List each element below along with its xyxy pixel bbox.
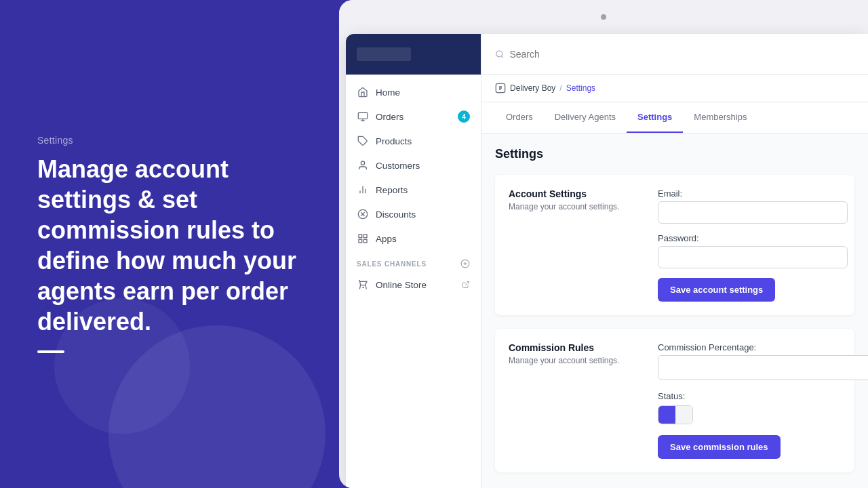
commission-rules-card: Commission Rules Manage your account set… <box>495 329 854 472</box>
tabs-bar: Orders Delivery Agents Settings Membersh… <box>481 102 868 134</box>
svg-rect-1 <box>358 113 367 119</box>
status-label: Status: <box>658 391 868 401</box>
external-link-icon <box>462 281 470 289</box>
account-settings-form: Email: Password: Save account settings <box>658 188 848 302</box>
email-input[interactable] <box>658 201 848 224</box>
account-settings-info: Account Settings Manage your account set… <box>509 188 631 302</box>
discounts-icon <box>357 208 369 220</box>
home-icon <box>357 86 369 98</box>
sales-channels-label: SALES CHANNELS <box>357 260 427 268</box>
browser-dot <box>601 14 606 20</box>
sidebar-item-discounts[interactable]: Discounts <box>346 202 481 226</box>
sales-channels-section: SALES CHANNELS <box>346 251 481 272</box>
svg-rect-15 <box>363 239 367 243</box>
svg-rect-0 <box>357 47 411 61</box>
email-field-group: Email: <box>658 188 848 224</box>
sidebar-item-apps-label: Apps <box>376 234 397 244</box>
status-toggle[interactable] <box>658 405 693 424</box>
commission-percentage-group: Commission Percentage: <box>658 342 868 380</box>
breadcrumb-home-icon <box>495 83 506 94</box>
commission-rules-info: Commission Rules Manage your account set… <box>509 342 631 459</box>
settings-label: Settings <box>37 135 302 146</box>
orders-icon <box>357 110 369 123</box>
email-label: Email: <box>658 188 848 199</box>
sidebar-item-reports-label: Reports <box>376 185 408 195</box>
page-title: Settings <box>495 147 854 161</box>
products-icon <box>357 135 369 147</box>
sidebar-item-home[interactable]: Home <box>346 80 481 104</box>
sidebar-logo <box>357 47 411 61</box>
save-account-settings-button[interactable]: Save account settings <box>658 278 775 302</box>
app-window: Home Orders 4 <box>346 34 868 488</box>
sidebar-item-products-label: Products <box>376 136 412 146</box>
sidebar-item-products[interactable]: Products <box>346 129 481 153</box>
sidebar-item-home-label: Home <box>376 87 400 98</box>
save-commission-rules-button[interactable]: Save commission rules <box>658 435 781 459</box>
sidebar-item-customers[interactable]: Customers <box>346 153 481 178</box>
right-panel: Home Orders 4 <box>339 0 868 488</box>
toggle-off-side <box>675 406 692 424</box>
main-heading: Manage account settings & set commission… <box>37 154 302 337</box>
sidebar-item-customers-label: Customers <box>376 161 420 171</box>
search-bar <box>481 34 868 75</box>
search-input[interactable] <box>509 49 854 60</box>
sidebar-item-apps[interactable]: Apps <box>346 226 481 251</box>
status-group: Status: <box>658 391 868 424</box>
commission-rules-description: Manage your account settings. <box>509 356 631 365</box>
add-sales-channel-icon[interactable] <box>460 259 470 268</box>
tab-memberships[interactable]: Memberships <box>683 102 757 133</box>
breadcrumb-home[interactable]: Delivery Boy <box>510 83 555 93</box>
svg-rect-12 <box>359 235 362 238</box>
toggle-on-side <box>658 406 675 424</box>
sidebar-item-online-store[interactable]: Online Store <box>346 272 481 297</box>
breadcrumb-separator: / <box>559 83 561 93</box>
commission-rules-title: Commission Rules <box>509 342 631 353</box>
content-body: Settings Account Settings Manage your ac… <box>481 134 868 486</box>
tab-orders[interactable]: Orders <box>495 102 544 133</box>
tab-delivery-agents[interactable]: Delivery Agents <box>544 102 627 133</box>
online-store-icon <box>357 279 369 291</box>
commission-percentage-label: Commission Percentage: <box>658 342 868 352</box>
deco-circle-2 <box>54 298 190 434</box>
main-content: Delivery Boy / Settings Orders Delivery … <box>481 34 868 488</box>
sidebar: Home Orders 4 <box>346 34 481 488</box>
commission-percentage-input[interactable] <box>658 355 868 380</box>
password-field-group: Password: <box>658 233 848 268</box>
sidebar-item-orders-label: Orders <box>376 112 403 122</box>
orders-badge: 4 <box>458 110 470 123</box>
online-store-label: Online Store <box>376 280 427 290</box>
tab-settings[interactable]: Settings <box>627 102 683 133</box>
breadcrumb: Delivery Boy / Settings <box>481 75 868 102</box>
browser-topbar <box>339 0 868 34</box>
password-label: Password: <box>658 233 848 243</box>
svg-line-19 <box>465 282 469 286</box>
customers-icon <box>357 159 369 171</box>
svg-rect-13 <box>363 235 367 238</box>
account-settings-card: Account Settings Manage your account set… <box>495 175 854 315</box>
sidebar-item-orders[interactable]: Orders 4 <box>346 104 481 129</box>
left-panel: Settings Manage account settings & set c… <box>0 0 339 488</box>
search-icon <box>495 49 504 59</box>
apps-icon <box>357 232 369 245</box>
reports-icon <box>357 184 369 196</box>
sidebar-nav: Home Orders 4 <box>346 75 481 488</box>
password-input[interactable] <box>658 246 848 268</box>
svg-point-5 <box>361 161 364 165</box>
commission-rules-form: Commission Percentage: Status: Save comm… <box>658 342 868 459</box>
svg-point-20 <box>496 50 502 56</box>
svg-rect-14 <box>359 239 362 243</box>
breadcrumb-current: Settings <box>566 83 595 93</box>
svg-line-21 <box>501 56 502 57</box>
sidebar-header <box>346 34 481 75</box>
account-settings-description: Manage your account settings. <box>509 202 631 211</box>
account-settings-title: Account Settings <box>509 188 631 199</box>
sidebar-item-reports[interactable]: Reports <box>346 178 481 202</box>
sidebar-item-discounts-label: Discounts <box>376 209 416 220</box>
